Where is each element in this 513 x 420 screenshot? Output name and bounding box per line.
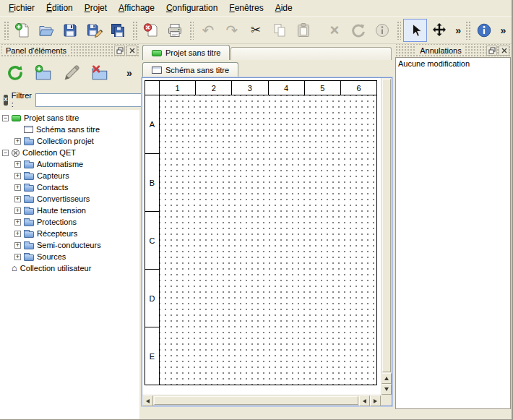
column-header: 1 [160, 81, 195, 95]
tree-expander-icon[interactable]: + [14, 161, 21, 168]
tab-project[interactable]: Projet sans titre [142, 45, 230, 60]
tree-item[interactable]: − Projet sans titre [0, 112, 139, 124]
tree-item-label: Collection utilisateur [20, 264, 91, 273]
tree-item[interactable]: + Convertisseurs [0, 193, 139, 205]
undo-panel-header[interactable]: Annulations [395, 44, 512, 57]
print-button[interactable] [163, 19, 187, 42]
save-as-button[interactable] [82, 19, 106, 42]
undo-button[interactable]: ↶ [196, 19, 220, 42]
toolbar-grip[interactable] [465, 21, 470, 40]
vertical-scrollbar[interactable] [381, 78, 392, 395]
elements-panel-header[interactable]: Panel d'éléments [0, 44, 139, 56]
select-mode-button[interactable] [403, 19, 427, 42]
tree-expander-icon[interactable]: + [14, 138, 21, 145]
vscroll-down-button[interactable] [381, 384, 392, 395]
hscroll-thumb[interactable] [154, 396, 358, 405]
vscroll-thumb[interactable] [382, 79, 391, 372]
tree-expander-icon[interactable]: + [14, 219, 21, 226]
tree-item[interactable]: Schéma sans titre [0, 124, 139, 135]
float-panel-button[interactable] [486, 46, 497, 56]
toolbar-overflow-button[interactable]: » [496, 19, 510, 42]
tree-expander-icon[interactable]: + [14, 184, 21, 191]
open-folder-icon [38, 22, 55, 39]
tree-item-label: Semi-conducteurs [37, 241, 101, 249]
new-element-button[interactable] [33, 62, 54, 84]
panel-overflow-button[interactable]: » [124, 62, 135, 84]
delete-element-button[interactable] [89, 62, 111, 84]
open-document-button[interactable] [35, 19, 59, 42]
menu-item-configuration[interactable]: Configuration [160, 1, 223, 15]
vscroll-up-button[interactable] [381, 373, 392, 384]
menu-item-projet[interactable]: Projet [79, 1, 113, 15]
toolbar-grip[interactable] [132, 21, 137, 40]
tree-item[interactable]: + Semi-conducteurs [0, 239, 139, 251]
element-info-button[interactable] [371, 19, 395, 42]
diagram-canvas[interactable]: 123456 ABCDE [142, 78, 381, 395]
hscroll-left-button[interactable] [359, 395, 370, 406]
move-mode-button[interactable] [427, 19, 451, 42]
tree-expander-icon[interactable]: + [14, 207, 21, 214]
close-panel-button[interactable] [126, 46, 137, 56]
tree-expander-icon[interactable]: − [2, 115, 9, 121]
float-panel-button[interactable] [114, 46, 125, 56]
tree-expander-icon[interactable]: + [14, 173, 21, 179]
app-window: Fichier Édition Projet Affichage Configu… [0, 0, 513, 420]
toolbar-grip[interactable] [189, 21, 194, 40]
elements-panel-title: Panel d'éléments [2, 46, 70, 55]
undo-panel: Annulations Aucune modification [395, 44, 512, 419]
tree-item[interactable]: + Capteurs [0, 170, 139, 181]
menu-item-aide[interactable]: Aide [270, 1, 298, 15]
paste-icon [295, 22, 312, 39]
tree-item[interactable]: + Récepteurs [0, 228, 139, 239]
home-icon: ⌂ [12, 264, 17, 273]
folder-icon [24, 162, 34, 168]
paste-button[interactable] [292, 19, 316, 42]
save-all-button[interactable] [106, 19, 130, 42]
menu-item-edition[interactable]: Édition [40, 1, 79, 15]
toolbar-overflow-button[interactable]: » [451, 19, 465, 42]
tree-item[interactable]: ⌂ Collection utilisateur [0, 262, 139, 274]
copy-button[interactable] [268, 19, 292, 42]
tree-expander-icon[interactable]: + [14, 196, 21, 202]
diagram-view: 123456 ABCDE [142, 77, 392, 406]
undo-list-item[interactable]: Aucune modification [396, 58, 510, 69]
delete-element-icon [90, 64, 109, 82]
tree-item[interactable]: + Automatisme [0, 158, 139, 170]
close-document-button[interactable] [139, 19, 163, 42]
new-document-button[interactable] [11, 19, 35, 42]
tree-expander-icon[interactable]: − [2, 150, 9, 156]
menu-item-affichage[interactable]: Affichage [113, 1, 160, 15]
reload-collections-button[interactable] [4, 62, 26, 84]
schema-grid-area[interactable] [160, 95, 376, 385]
tab-schema[interactable]: Schéma sans titre [142, 62, 238, 77]
folder-icon [24, 173, 34, 180]
redo-button[interactable]: ↷ [220, 19, 243, 42]
toolbar-grip[interactable] [397, 21, 402, 40]
hscroll-left-button[interactable] [142, 395, 153, 406]
toolbar-grip[interactable] [4, 21, 9, 40]
tree-expander-icon[interactable]: + [14, 231, 21, 237]
delete-button[interactable]: × [323, 19, 347, 42]
cut-button[interactable]: ✂ [243, 19, 267, 42]
edit-element-button[interactable] [61, 62, 82, 84]
tree-item[interactable]: + Protections [0, 216, 139, 228]
menu-item-fenetres[interactable]: Fenêtres [223, 1, 269, 15]
copy-icon [271, 22, 288, 39]
save-button[interactable] [59, 19, 82, 42]
tree-item[interactable]: + Contacts [0, 181, 139, 193]
filter-input[interactable] [35, 93, 142, 107]
tree-expander-icon[interactable]: + [14, 254, 21, 260]
save-all-icon [109, 22, 126, 39]
menu-item-fichier[interactable]: Fichier [3, 1, 40, 15]
tree-item[interactable]: + Haute tension [0, 205, 139, 216]
hscroll-right-button[interactable] [370, 395, 381, 406]
tree-item[interactable]: − Collection QET [0, 147, 139, 158]
clear-filter-button[interactable]: × [4, 95, 8, 106]
tree-item[interactable]: + Sources [0, 251, 139, 262]
rotate-button[interactable] [347, 19, 371, 42]
horizontal-scrollbar[interactable] [142, 395, 381, 406]
about-qet-button[interactable] [473, 19, 496, 42]
close-panel-button[interactable] [499, 46, 509, 56]
tree-item[interactable]: + Collection projet [0, 135, 139, 147]
tree-expander-icon[interactable]: + [14, 242, 21, 249]
